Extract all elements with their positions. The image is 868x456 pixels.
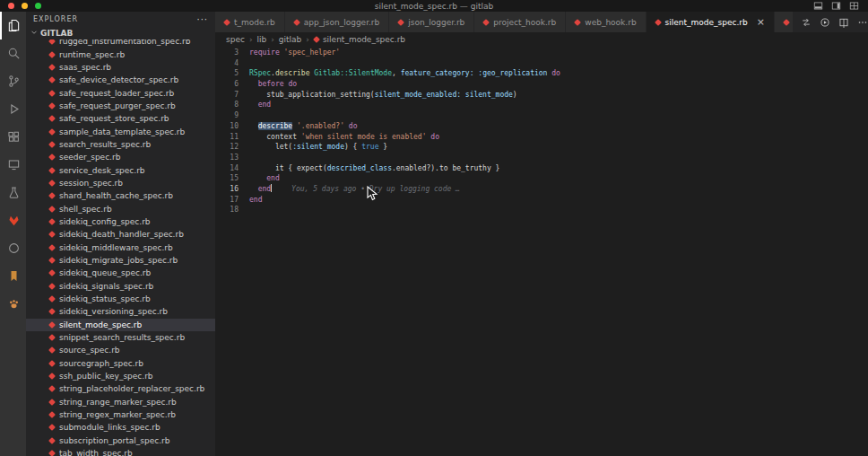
explorer-more-actions-icon[interactable]: ··· xyxy=(196,14,208,24)
file-item[interactable]: ssh_public_key_spec.rb xyxy=(26,370,215,382)
code-line[interactable]: 14 it { expect(described_class.enabled?)… xyxy=(215,163,868,174)
code-line[interactable]: 15 end xyxy=(215,173,868,184)
open-changes-icon[interactable] xyxy=(801,17,812,28)
code-line[interactable]: 10 describe '.enabled?' do xyxy=(215,121,868,132)
code-line[interactable]: 3require 'spec_helper' xyxy=(215,48,868,58)
customize-layout-icon[interactable] xyxy=(849,1,859,11)
file-item[interactable]: shard_health_cache_spec.rb xyxy=(26,189,215,202)
tab-silent_mode_spec.rb[interactable]: silent_mode_spec.rb× xyxy=(647,12,775,32)
file-item[interactable]: saas_spec.rb xyxy=(26,61,215,74)
file-item[interactable]: sourcegraph_spec.rb xyxy=(26,357,215,370)
file-item[interactable]: sidekiq_migrate_jobs_spec.rb xyxy=(26,254,215,267)
line-number[interactable]: 10 xyxy=(215,121,247,132)
file-item[interactable]: silent_mode_spec.rb xyxy=(26,319,215,331)
activity-item-run-debug[interactable] xyxy=(0,95,26,123)
code-line[interactable]: 8 end xyxy=(215,100,868,110)
line-number[interactable]: 17 xyxy=(215,195,247,206)
code-line[interactable]: 9 xyxy=(215,110,868,121)
file-item[interactable]: search_results_spec.rb xyxy=(26,138,215,151)
activity-item-search[interactable] xyxy=(0,39,26,67)
file-item[interactable]: string_placeholder_replacer_spec.rb xyxy=(26,382,215,395)
line-number[interactable]: 12 xyxy=(215,142,247,153)
file-item[interactable]: source_spec.rb xyxy=(26,344,215,356)
code-line[interactable]: 7 stub_application_setting(silent_mode_e… xyxy=(215,90,868,101)
activity-item-bookmarks[interactable] xyxy=(0,262,26,290)
file-item[interactable]: sample_data_template_spec.rb xyxy=(26,125,215,137)
file-item[interactable]: seeder_spec.rb xyxy=(26,151,215,163)
file-item[interactable]: string_range_marker_spec.rb xyxy=(26,396,215,408)
line-number[interactable]: 13 xyxy=(215,153,247,163)
breadcrumb-item[interactable]: gitlab xyxy=(279,35,301,44)
line-number[interactable]: 14 xyxy=(215,163,247,174)
file-item[interactable]: session_spec.rb xyxy=(26,177,215,189)
line-number[interactable]: 15 xyxy=(215,173,247,184)
code-line[interactable]: 18 xyxy=(215,205,868,215)
zoom-window-button[interactable] xyxy=(35,3,41,9)
code-line[interactable]: 17end xyxy=(215,195,868,206)
close-window-button[interactable] xyxy=(8,3,14,9)
line-number[interactable]: 9 xyxy=(215,110,247,121)
file-item[interactable]: string_regex_marker_spec.rb xyxy=(26,408,215,421)
tab-project_hook.rb[interactable]: project_hook.rb xyxy=(474,12,566,32)
tab-hi[interactable]: hi xyxy=(775,12,793,32)
activity-item-explorer[interactable] xyxy=(0,12,26,39)
tab-web_hook.rb[interactable]: web_hook.rb xyxy=(566,12,646,32)
file-item[interactable]: safe_request_purger_spec.rb xyxy=(26,100,215,112)
activity-item-remote-explorer[interactable] xyxy=(0,151,26,179)
line-number[interactable]: 16 xyxy=(215,184,247,195)
line-number[interactable]: 6 xyxy=(215,79,247,90)
minimize-window-button[interactable] xyxy=(22,3,28,9)
line-number[interactable]: 7 xyxy=(215,90,247,101)
line-number[interactable]: 4 xyxy=(215,58,247,69)
file-item[interactable]: subscription_portal_spec.rb xyxy=(26,434,215,447)
code-line[interactable]: 6 before do xyxy=(215,79,868,90)
tab-json_logger.rb[interactable]: json_logger.rb xyxy=(389,12,474,32)
file-item[interactable]: sidekiq_config_spec.rb xyxy=(26,215,215,228)
file-item[interactable]: safe_device_detector_spec.rb xyxy=(26,74,215,86)
toggle-panel-icon[interactable] xyxy=(813,1,823,11)
file-item[interactable]: safe_request_store_spec.rb xyxy=(26,112,215,125)
file-item[interactable]: sidekiq_signals_spec.rb xyxy=(26,280,215,293)
file-item[interactable]: sidekiq_death_handler_spec.rb xyxy=(26,228,215,241)
breadcrumb-item[interactable]: silent_mode_spec.rb xyxy=(314,35,405,44)
code-line[interactable]: 12 let(:silent_mode) { true } xyxy=(215,142,868,153)
file-item[interactable]: submodule_links_spec.rb xyxy=(26,421,215,434)
line-number[interactable]: 18 xyxy=(215,205,247,215)
breadcrumb-item[interactable]: spec xyxy=(226,35,245,44)
activity-item-source-control[interactable] xyxy=(0,67,26,95)
line-number[interactable]: 3 xyxy=(215,48,247,58)
code-editor[interactable]: 3require 'spec_helper'45RSpec.describe G… xyxy=(215,46,868,456)
activity-item-testing[interactable] xyxy=(0,179,26,206)
file-item[interactable]: sidekiq_versioning_spec.rb xyxy=(26,305,215,318)
line-number[interactable]: 8 xyxy=(215,100,247,110)
run-tests-icon[interactable] xyxy=(820,17,830,28)
tab-app_json_logger.rb[interactable]: app_json_logger.rb xyxy=(285,12,389,32)
code-line[interactable]: 16 endYou, 5 days ago • Dry up logging c… xyxy=(215,184,868,195)
file-item[interactable]: sidekiq_middleware_spec.rb xyxy=(26,241,215,254)
code-line[interactable]: 5RSpec.describe Gitlab::SilentMode, feat… xyxy=(215,68,868,79)
file-item[interactable]: tab_width_spec.rb xyxy=(26,447,215,456)
code-line[interactable]: 13 xyxy=(215,153,868,163)
file-item[interactable]: service_desk_spec.rb xyxy=(26,163,215,176)
more-actions-icon[interactable] xyxy=(857,17,868,28)
file-item[interactable]: shell_spec.rb xyxy=(26,202,215,215)
activity-item-paw-tool[interactable] xyxy=(0,290,26,318)
activity-item-extensions[interactable] xyxy=(0,123,26,151)
code-line[interactable]: 4 xyxy=(215,58,868,69)
close-tab-icon[interactable]: × xyxy=(757,17,765,27)
code-line[interactable]: 11 context 'when silent mode is enabled'… xyxy=(215,132,868,143)
split-editor-icon[interactable] xyxy=(838,17,849,28)
file-item[interactable]: snippet_search_results_spec.rb xyxy=(26,331,215,344)
file-item[interactable]: runtime_spec.rb xyxy=(26,48,215,60)
toggle-layout-icon[interactable] xyxy=(831,1,841,11)
file-item[interactable]: safe_request_loader_spec.rb xyxy=(26,86,215,99)
section-header-gitlab[interactable]: GITLAB xyxy=(26,27,215,39)
activity-item-circle-tool[interactable] xyxy=(0,234,26,262)
file-item[interactable]: sidekiq_status_spec.rb xyxy=(26,293,215,305)
line-number[interactable]: 5 xyxy=(215,68,247,79)
line-number[interactable]: 11 xyxy=(215,132,247,143)
activity-item-gitlab-workflow[interactable] xyxy=(0,206,26,234)
breadcrumb-item[interactable]: lib xyxy=(257,35,267,44)
file-item[interactable]: sidekiq_queue_spec.rb xyxy=(26,267,215,279)
tab-t_mode.rb[interactable]: t_mode.rb xyxy=(215,12,285,32)
